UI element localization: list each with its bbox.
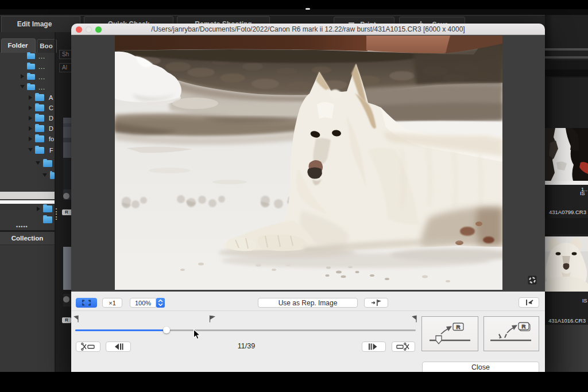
svg-text:R: R: [522, 323, 526, 329]
svg-text:R: R: [457, 324, 461, 330]
